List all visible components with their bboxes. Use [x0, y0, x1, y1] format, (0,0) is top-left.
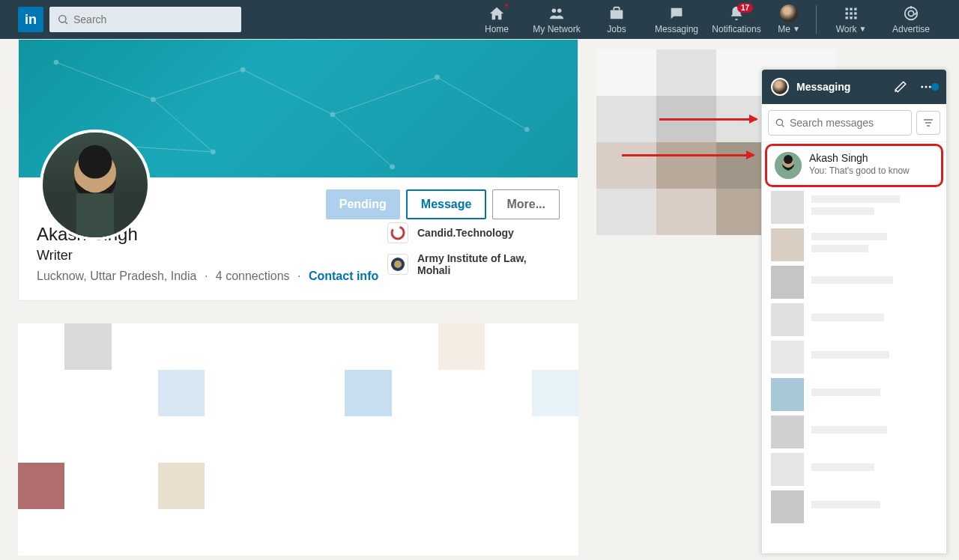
messaging-title: Messaging — [796, 81, 886, 93]
messaging-panel: Messaging Akash Singh You: That's good t… — [761, 69, 947, 554]
nav-messaging[interactable]: Messaging — [647, 0, 707, 39]
search-icon — [775, 118, 785, 128]
svg-rect-11 — [846, 16, 848, 19]
svg-point-32 — [211, 150, 215, 154]
svg-point-38 — [392, 227, 404, 239]
messaging-me-avatar — [771, 78, 789, 96]
grid-icon — [844, 4, 859, 22]
svg-rect-13 — [854, 16, 856, 19]
top-nav: in Home My Network Jobs Messaging 17 Not… — [0, 0, 959, 39]
caret-down-icon: ▼ — [793, 25, 800, 34]
messaging-icon — [668, 4, 685, 22]
messaging-header[interactable]: Messaging — [762, 70, 946, 104]
svg-rect-9 — [850, 12, 852, 14]
svg-line-20 — [243, 70, 333, 115]
svg-rect-6 — [850, 7, 852, 10]
search-icon — [57, 13, 69, 25]
nav-items: Home My Network Jobs Messaging 17 Notifi… — [467, 0, 941, 39]
contact-info-link[interactable]: Contact info — [309, 270, 378, 282]
svg-line-23 — [154, 100, 214, 152]
svg-point-26 — [54, 60, 58, 64]
nav-jobs[interactable]: Jobs — [587, 0, 647, 39]
messaging-search-input[interactable] — [790, 117, 905, 129]
svg-line-22 — [438, 77, 527, 130]
svg-point-31 — [524, 127, 529, 132]
redacted-thread — [762, 301, 946, 338]
svg-point-0 — [59, 16, 66, 22]
profile-card: Pending Message More... Akash Singh Writ… — [18, 39, 578, 301]
profile-connections[interactable]: 4 connections — [216, 270, 290, 282]
svg-rect-12 — [850, 16, 852, 19]
nav-network[interactable]: My Network — [527, 0, 587, 39]
nav-advertise[interactable]: Advertise — [881, 0, 941, 39]
redacted-thread — [762, 413, 946, 451]
svg-point-28 — [240, 67, 245, 72]
redacted-thread — [762, 376, 946, 413]
nav-notifications[interactable]: 17 Notifications — [707, 0, 766, 39]
redacted-thread — [762, 451, 946, 488]
profile-photo[interactable] — [40, 130, 151, 240]
more-button[interactable]: More... — [492, 189, 560, 219]
svg-rect-7 — [854, 7, 856, 10]
svg-point-37 — [79, 145, 112, 179]
svg-line-18 — [56, 62, 154, 100]
nav-me[interactable]: Me▼ — [766, 0, 811, 39]
thread-preview: You: That's good to know — [809, 165, 910, 176]
nav-divider — [816, 5, 817, 34]
svg-line-21 — [333, 77, 438, 115]
global-search[interactable] — [49, 7, 241, 32]
annotation-arrow — [659, 118, 757, 121]
profile-location-row: Lucknow, Uttar Pradesh, India · 4 connec… — [37, 270, 387, 283]
school-icon — [387, 254, 408, 275]
home-icon — [488, 4, 505, 22]
school-row[interactable]: Army Institute of Law, Mohali — [387, 252, 560, 276]
svg-point-29 — [330, 112, 335, 117]
svg-point-2 — [552, 8, 557, 12]
nav-home[interactable]: Home — [467, 0, 527, 39]
svg-point-42 — [925, 86, 928, 88]
pending-button[interactable]: Pending — [326, 189, 400, 219]
svg-point-41 — [921, 86, 923, 88]
notifications-badge: 17 — [737, 3, 753, 13]
svg-point-3 — [557, 8, 562, 12]
company-row[interactable]: Candid.Technology — [387, 222, 560, 243]
redacted-thread — [762, 338, 946, 376]
me-avatar — [780, 4, 798, 22]
svg-line-19 — [154, 70, 243, 100]
redacted-thread — [762, 226, 946, 264]
svg-point-44 — [776, 119, 782, 125]
svg-rect-5 — [846, 7, 848, 10]
thread-name: Akash Singh — [809, 152, 910, 164]
jobs-icon — [608, 4, 625, 22]
caret-down-icon: ▼ — [859, 25, 866, 34]
svg-rect-4 — [611, 10, 623, 19]
svg-point-51 — [784, 155, 793, 164]
svg-point-30 — [435, 75, 440, 79]
home-dot-badge — [504, 3, 509, 7]
svg-point-33 — [390, 165, 395, 169]
message-thread[interactable]: Akash Singh You: That's good to know — [765, 144, 943, 187]
annotation-arrow — [622, 154, 754, 156]
svg-rect-8 — [846, 12, 848, 14]
search-input[interactable] — [73, 13, 234, 25]
nav-work[interactable]: Work▼ — [821, 0, 881, 39]
linkedin-logo[interactable]: in — [18, 7, 43, 32]
svg-point-15 — [908, 10, 913, 16]
profile-headline: Writer — [37, 248, 387, 264]
redacted-thread — [762, 488, 946, 526]
network-icon — [548, 4, 565, 22]
messaging-search[interactable] — [768, 110, 912, 136]
message-button[interactable]: Message — [406, 189, 487, 219]
thread-avatar — [775, 152, 802, 179]
svg-point-27 — [151, 97, 156, 102]
svg-rect-10 — [854, 12, 856, 14]
svg-line-1 — [65, 22, 67, 24]
svg-line-24 — [333, 115, 393, 167]
redacted-thread — [762, 264, 946, 301]
filter-icon[interactable] — [916, 111, 940, 135]
compose-icon[interactable] — [894, 80, 912, 94]
company-icon — [387, 222, 408, 243]
target-icon — [903, 4, 919, 22]
messaging-list: Akash Singh You: That's good to know — [762, 142, 946, 553]
redacted-thread — [762, 189, 946, 226]
